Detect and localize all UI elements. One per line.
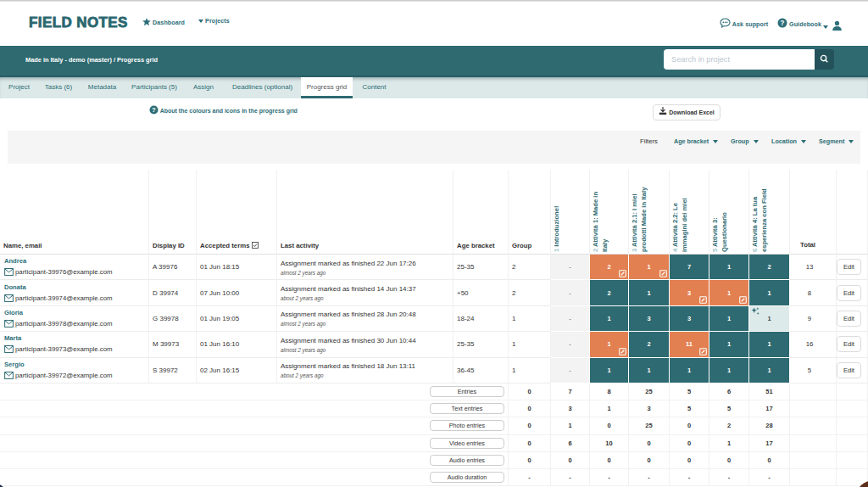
svg-text:?: ?	[152, 106, 156, 114]
svg-text:?: ?	[780, 19, 784, 27]
